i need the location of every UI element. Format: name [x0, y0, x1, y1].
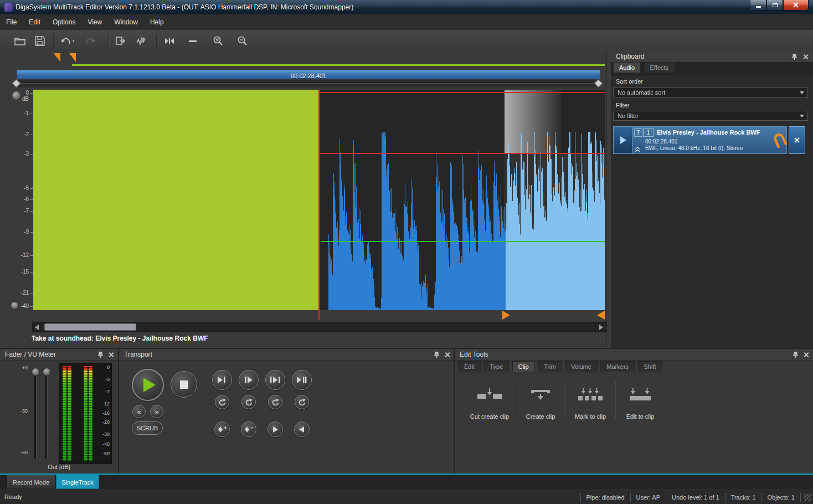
tab-edit[interactable]: Edit: [458, 361, 481, 372]
pin-button[interactable]: [791, 351, 800, 358]
stop-button[interactable]: [171, 371, 197, 398]
overview-marker-icon[interactable]: [54, 53, 60, 62]
title-bar[interactable]: DigaSystem MultiTrack Editor Version 7.1…: [0, 0, 813, 15]
fader-knob-left[interactable]: [32, 368, 40, 376]
play-from-mark-button[interactable]: [239, 370, 259, 390]
volume-envelope-line[interactable]: [321, 241, 605, 242]
tab-audio[interactable]: Audio: [613, 62, 641, 73]
menu-item-file[interactable]: File: [0, 16, 23, 29]
prev-marker-button[interactable]: [294, 421, 310, 437]
next-marker-button[interactable]: [267, 421, 283, 437]
zoom-out-button[interactable]: [235, 33, 250, 49]
tab-trim[interactable]: Trim: [538, 361, 562, 372]
pin-button[interactable]: [433, 351, 441, 358]
close-panel-button[interactable]: [801, 53, 810, 60]
waveform-block-green[interactable]: [33, 90, 318, 310]
tab-record-mode[interactable]: Record Mode: [7, 475, 55, 489]
fader-knob-right[interactable]: [43, 368, 51, 376]
play-over-mark-button[interactable]: [292, 370, 312, 390]
remove-button[interactable]: [185, 33, 200, 49]
undo-button[interactable]: [58, 33, 78, 49]
overview-marker-icon[interactable]: [69, 53, 76, 62]
waveform-canvas[interactable]: [320, 90, 605, 310]
maximize-button[interactable]: [766, 0, 783, 11]
tab-markers[interactable]: Markers: [600, 361, 635, 372]
transport-header: Transport: [119, 349, 454, 361]
pin-button[interactable]: [96, 351, 105, 358]
clip-boundary-line-top: [320, 92, 605, 93]
zoom-in-icon: [212, 35, 224, 47]
clipboard-item[interactable]: T 1 Elvis Presley - Jailhouse Rock BWF 0…: [613, 126, 787, 154]
tab-shift[interactable]: Shift: [638, 361, 662, 372]
skip-forward-button[interactable]: »: [150, 405, 163, 418]
edit-waveform-button[interactable]: [134, 33, 150, 49]
skip-back-button[interactable]: «: [132, 405, 146, 418]
zoom-in-button[interactable]: [210, 33, 226, 49]
scroll-right-icon[interactable]: [599, 325, 603, 330]
menu-item-help[interactable]: Help: [144, 16, 170, 29]
overview-loaded-bar[interactable]: 00:02:28.401: [17, 70, 600, 79]
open-button[interactable]: [12, 33, 28, 49]
item-play-button[interactable]: [614, 127, 632, 153]
menu-item-options[interactable]: Options: [47, 16, 81, 29]
export-take-button[interactable]: [113, 33, 128, 49]
close-panel-button[interactable]: [802, 351, 810, 358]
minimize-button[interactable]: [750, 0, 766, 11]
edit-to-clip-button[interactable]: Edit to clip: [616, 380, 665, 424]
close-icon: [803, 54, 808, 59]
create-clip-button[interactable]: Create clip: [516, 380, 565, 424]
resize-grip[interactable]: [804, 494, 811, 501]
ruler-tick-label: -6: [11, 196, 29, 202]
redo-button[interactable]: [83, 33, 99, 49]
close-panel-button[interactable]: [443, 351, 451, 358]
envelope-knob-top[interactable]: [12, 91, 21, 100]
tab-volume[interactable]: Volume: [565, 361, 598, 372]
playhead-cursor[interactable]: [318, 90, 320, 320]
h-scrollbar-thumb[interactable]: [44, 323, 136, 331]
selection-start-marker[interactable]: [502, 311, 510, 320]
add-marker-button[interactable]: [214, 421, 230, 437]
play-icon: [143, 378, 156, 392]
play-selection-button[interactable]: [265, 370, 285, 390]
pin-button[interactable]: [790, 53, 799, 60]
fader-track-right[interactable]: [45, 369, 48, 459]
tab-clip[interactable]: Clip: [512, 361, 535, 372]
overview-range-strip[interactable]: [17, 80, 600, 88]
tab-singletrack[interactable]: SingleTrack: [56, 475, 99, 489]
item-format: BWF, Linear, 48.0 kHz, 16 bit (I), Stere…: [645, 145, 743, 151]
loop-button[interactable]: [215, 395, 229, 409]
close-button[interactable]: [783, 0, 809, 11]
fader-track-left[interactable]: [34, 369, 37, 459]
selection-end-marker[interactable]: [597, 311, 605, 320]
skip-to-marker-button[interactable]: [162, 33, 177, 49]
loop-button[interactable]: [295, 395, 309, 409]
menu-item-edit[interactable]: Edit: [23, 16, 47, 29]
sort-order-select[interactable]: No automatic sort: [613, 88, 808, 97]
item-remove-button[interactable]: [789, 126, 805, 154]
loop-button[interactable]: [241, 395, 256, 409]
status-user: User: AP: [631, 494, 666, 501]
play-button[interactable]: [132, 369, 164, 401]
fader-scale-label: -30: [16, 408, 28, 414]
scrub-button[interactable]: SCRUB: [132, 421, 163, 435]
tab-type[interactable]: Type: [483, 361, 509, 372]
collapse-chevrons-icon[interactable]: [635, 147, 640, 152]
menu-item-view[interactable]: View: [81, 16, 108, 29]
meter-scale-label: -7: [97, 389, 110, 394]
app-icon[interactable]: [4, 3, 13, 12]
clipboard-title: Clipboard: [616, 53, 644, 60]
save-button[interactable]: [32, 33, 48, 49]
tab-effects[interactable]: Effects: [644, 62, 675, 73]
ruler-tick: [30, 306, 33, 307]
remove-marker-button[interactable]: [241, 421, 256, 437]
loop-button[interactable]: [268, 395, 282, 409]
close-panel-button[interactable]: [107, 351, 115, 358]
cut-create-clip-button[interactable]: Cut create clip: [465, 380, 514, 424]
scroll-left-icon[interactable]: [35, 325, 39, 330]
menu-item-window[interactable]: Window: [108, 16, 144, 29]
envelope-knob-bottom[interactable]: [11, 301, 19, 310]
mark-to-clip-button[interactable]: Mark to clip: [566, 380, 615, 424]
filter-select[interactable]: No filter: [613, 111, 808, 121]
play-to-mark-button[interactable]: [212, 370, 232, 390]
edit-to-clip-icon: [627, 388, 653, 402]
